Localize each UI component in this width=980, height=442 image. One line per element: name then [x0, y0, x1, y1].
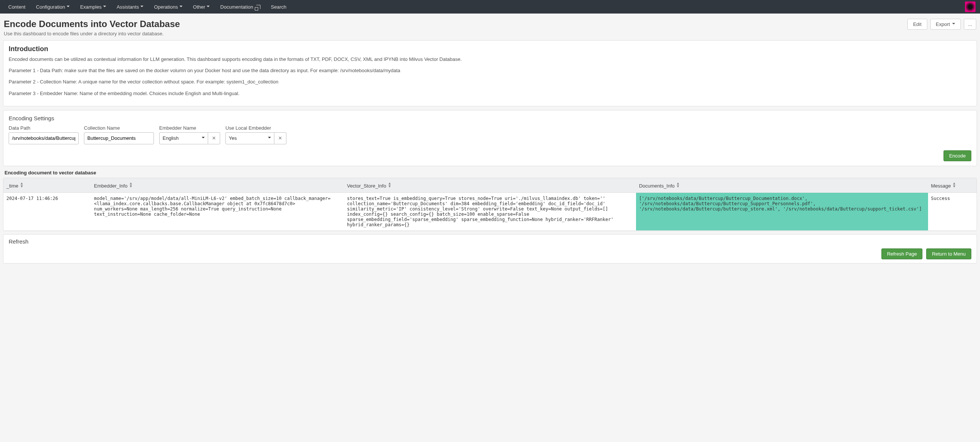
- column-embedder-info[interactable]: Embedder_Info▲▼: [91, 178, 344, 193]
- page-title: Encode Documents into Vector Database: [4, 19, 907, 29]
- nav-assistants[interactable]: Assistants: [111, 0, 149, 14]
- chevron-down-icon: [202, 135, 205, 141]
- refresh-page-button[interactable]: Refresh Page: [881, 249, 923, 259]
- cell-embedder-info: model_name='/srv/app/model/data/all-Mini…: [91, 192, 344, 230]
- chevron-down-icon: [207, 4, 210, 10]
- nav-search[interactable]: Search: [266, 0, 292, 14]
- column-documents-info[interactable]: Documents_Info▲▼: [636, 178, 928, 193]
- local-embedder-clear-button[interactable]: ✕: [274, 132, 286, 144]
- nav-examples[interactable]: Examples: [75, 0, 111, 14]
- edit-button[interactable]: Edit: [907, 19, 927, 30]
- sort-icon: ▲▼: [388, 182, 391, 188]
- return-to-menu-button[interactable]: Return to Menu: [926, 249, 971, 259]
- cell-vector-store-info: stores_text=True is_embedding_query=True…: [344, 192, 636, 230]
- data-path-input[interactable]: [9, 132, 79, 144]
- nav-other[interactable]: Other: [188, 0, 215, 14]
- intro-line-2: Parameter 1 - Data Path: make sure that …: [9, 67, 971, 74]
- intro-line-3: Parameter 2 - Collection Name: A unique …: [9, 79, 971, 85]
- cell-time: 2024-07-17 11:46:26: [3, 192, 91, 230]
- chevron-down-icon: [952, 21, 955, 27]
- table-row: 2024-07-17 11:46:26 model_name='/srv/app…: [3, 192, 977, 230]
- cell-message: Success: [928, 192, 977, 230]
- sort-icon: ▲▼: [129, 182, 133, 188]
- nav-content[interactable]: Content: [3, 0, 31, 14]
- top-nav: Content Configuration Examples Assistant…: [0, 0, 980, 14]
- page-header: Encode Documents into Vector Database Us…: [0, 14, 980, 40]
- collection-name-label: Collection Name: [84, 125, 154, 131]
- chevron-down-icon: [140, 4, 143, 10]
- sort-icon: ▲▼: [20, 182, 24, 188]
- embedder-name-label: Embedder Name: [159, 125, 220, 131]
- intro-line-1: Encoded documents can be utilized as con…: [9, 56, 971, 63]
- results-title: Encoding document to vector database: [5, 170, 977, 176]
- column-vector-store-info[interactable]: Vector_Store_Info▲▼: [344, 178, 636, 193]
- sort-icon: ▲▼: [952, 182, 956, 188]
- export-button[interactable]: Export: [930, 19, 961, 30]
- more-button[interactable]: ...: [964, 19, 976, 30]
- embedder-name-select[interactable]: English: [159, 132, 208, 144]
- column-message[interactable]: Message▲▼: [928, 178, 977, 193]
- close-icon: ✕: [278, 135, 282, 141]
- embedder-clear-button[interactable]: ✕: [208, 132, 220, 144]
- nav-documentation[interactable]: Documentation: [215, 0, 265, 14]
- introduction-panel: Introduction Encoded documents can be ut…: [3, 40, 977, 106]
- encoding-settings-panel: Encoding Settings Data Path Collection N…: [3, 110, 977, 166]
- refresh-heading: Refresh: [9, 238, 971, 245]
- introduction-heading: Introduction: [9, 45, 971, 53]
- close-icon: ✕: [212, 135, 216, 141]
- chevron-down-icon: [67, 4, 70, 10]
- column-time[interactable]: _time▲▼: [3, 178, 91, 193]
- data-path-label: Data Path: [9, 125, 79, 131]
- chevron-down-icon: [268, 135, 271, 141]
- nav-operations[interactable]: Operations: [149, 0, 188, 14]
- avatar[interactable]: [965, 2, 975, 12]
- intro-line-4: Parameter 3 - Embedder Name: Name of the…: [9, 90, 971, 97]
- sort-icon: ▲▼: [676, 182, 680, 188]
- page-subtitle: Use this dashboard to encode files under…: [4, 31, 907, 36]
- external-link-icon: [256, 5, 261, 9]
- encode-button[interactable]: Encode: [943, 151, 971, 161]
- use-local-embedder-select[interactable]: Yes: [226, 132, 274, 144]
- chevron-down-icon: [103, 4, 106, 10]
- collection-name-input[interactable]: [84, 132, 154, 144]
- use-local-embedder-label: Use Local Embedder: [226, 125, 286, 131]
- cell-documents-info: ['/srv/notebooks/data/Buttercup/Buttercu…: [636, 192, 928, 230]
- results-table: _time▲▼ Embedder_Info▲▼ Vector_Store_Inf…: [3, 178, 977, 231]
- chevron-down-icon: [180, 4, 183, 10]
- refresh-panel: Refresh Refresh Page Return to Menu: [3, 234, 977, 263]
- settings-heading: Encoding Settings: [9, 115, 971, 121]
- nav-configuration[interactable]: Configuration: [31, 0, 75, 14]
